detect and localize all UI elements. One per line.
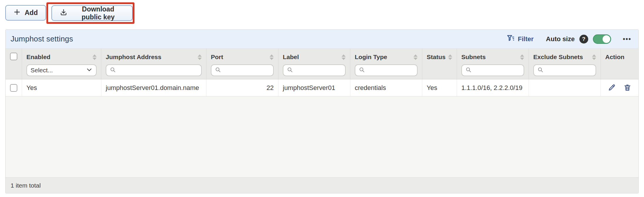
page: Add Download public key Jumphost setting… [0,0,644,197]
exclude-subnets-filter-input[interactable] [546,67,592,74]
enabled-filter-select[interactable]: Select... [26,64,97,76]
download-button-label: Download public key [72,5,125,21]
jumphost-address-filter [106,64,202,76]
annotation-highlight-box: Download public key [46,2,134,24]
panel-titlebar: Jumphost settings Filter Auto size ? ••• [6,30,638,49]
column-header-action: Action [601,49,638,79]
filter-icon [507,34,515,44]
table-footer: 1 item total [6,177,638,193]
titlebar-controls: Filter Auto size ? ••• [507,34,631,44]
sort-icon[interactable] [195,54,202,60]
column-header-login-type: Login Type [350,49,422,79]
cell-exclude-subnets [529,79,601,96]
column-header-status: Status [422,49,457,79]
row-checkbox[interactable] [10,84,17,92]
login-type-filter-input[interactable] [367,67,413,74]
cell-port: 22 [206,79,278,96]
search-icon [465,67,471,74]
table-empty-area [6,96,638,177]
search-icon [537,67,543,74]
search-icon [359,67,365,74]
add-button-label: Add [25,9,38,17]
sort-icon[interactable] [411,54,418,60]
panel-title: Jumphost settings [11,34,73,44]
filter-label: Filter [518,35,534,43]
download-public-key-button[interactable]: Download public key [51,5,133,21]
add-button[interactable]: Add [5,5,46,21]
toggle-knob [603,35,610,43]
header-checkbox-cell [6,49,22,79]
subnets-filter-input[interactable] [474,67,520,74]
chevron-down-icon [86,66,93,74]
column-label: Exclude Subnets [533,54,583,61]
autosize-toggle[interactable] [593,34,611,44]
column-label: Jumphost Address [106,54,161,61]
sort-icon[interactable] [590,54,596,60]
search-icon [110,67,116,74]
plus-icon [14,9,21,17]
search-icon [287,67,293,74]
edit-button[interactable] [608,84,616,92]
more-options-button[interactable]: ••• [623,35,631,43]
column-header-exclude-subnets: Exclude Subnets [529,49,601,79]
cell-label: jumphostServer01 [278,79,350,96]
table-row: Yes jumphostServer01.domain.name 22 jump… [6,79,638,96]
cell-enabled: Yes [22,79,101,96]
column-header-port: Port [206,49,278,79]
jumphost-settings-panel: Jumphost settings Filter Auto size ? ••• [5,29,639,193]
column-label: Subnets [461,54,486,61]
pencil-icon [608,84,616,92]
column-header-enabled: Enabled Select... [22,49,101,79]
cell-jumphost-address: jumphostServer01.domain.name [101,79,206,96]
cell-login-type: credentials [350,79,422,96]
label-filter-input[interactable] [295,67,342,74]
column-label: Enabled [26,54,51,61]
column-header-label: Label [278,49,350,79]
cell-status: Yes [422,79,457,96]
sort-icon[interactable] [339,54,346,60]
column-label: Action [605,54,624,61]
cell-subnets: 1.1.1.0/16, 2.2.2.0/19 [457,79,529,96]
sort-icon[interactable] [518,54,524,60]
jumphost-address-filter-input[interactable] [118,67,198,74]
port-filter [211,64,274,76]
column-label: Label [283,54,299,61]
autosize-label: Auto size [546,35,575,43]
sort-icon[interactable] [90,54,97,60]
download-icon [60,8,68,18]
search-icon [215,67,221,74]
column-label: Port [211,54,223,61]
column-label: Login Type [355,54,387,61]
sort-icon[interactable] [446,54,452,60]
login-type-filter [355,64,418,76]
column-label: Status [427,54,445,61]
column-header-subnets: Subnets [457,49,529,79]
delete-button[interactable] [623,84,631,92]
select-all-checkbox[interactable] [10,53,17,60]
trash-icon [623,84,631,92]
label-filter [283,64,346,76]
sort-icon[interactable] [267,54,274,60]
subnets-filter [461,64,524,76]
help-icon[interactable]: ? [579,35,588,44]
toolbar: Add Download public key [0,0,644,27]
select-value: Select... [31,67,53,74]
cell-action [601,79,638,96]
row-checkbox-cell [6,79,22,96]
items-total-label: 1 item total [11,182,41,189]
table-header-row: Enabled Select... Jumphost Address [6,49,638,79]
port-filter-input[interactable] [223,67,270,74]
filter-button[interactable]: Filter [507,34,534,44]
exclude-subnets-filter [533,64,596,76]
column-header-jumphost-address: Jumphost Address [101,49,206,79]
